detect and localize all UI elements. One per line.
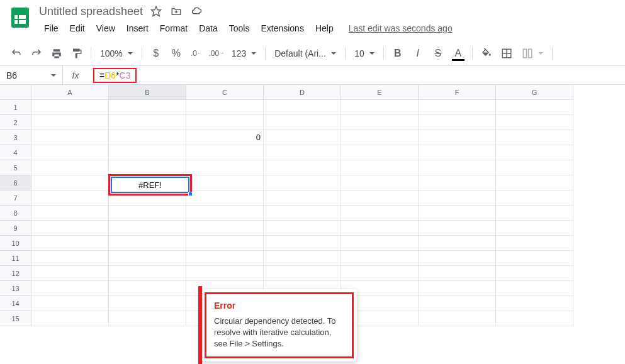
decrease-decimal-icon[interactable]: .0← <box>188 45 205 62</box>
cell-d7[interactable] <box>264 190 341 206</box>
cell-e5[interactable] <box>341 160 419 175</box>
col-header-f[interactable]: F <box>419 85 496 100</box>
fill-handle[interactable] <box>188 192 193 196</box>
cell-f7[interactable] <box>419 190 496 206</box>
sheets-logo[interactable] <box>8 5 33 30</box>
row-header-1[interactable]: 1 <box>0 100 31 115</box>
cell-c2[interactable] <box>186 115 264 130</box>
star-icon[interactable] <box>150 6 163 18</box>
cell-b1[interactable] <box>109 100 186 115</box>
cell-a8[interactable] <box>31 206 109 221</box>
move-icon[interactable] <box>171 6 183 18</box>
cell-a2[interactable] <box>31 115 109 130</box>
cell-f10[interactable] <box>419 236 496 251</box>
cell-e3[interactable] <box>341 130 419 145</box>
borders-icon[interactable] <box>498 45 515 62</box>
merge-dropdown[interactable] <box>518 45 547 62</box>
cell-g3[interactable] <box>496 130 573 145</box>
cell-a14[interactable] <box>31 296 109 311</box>
formula-input[interactable]: =D6*C3 <box>88 66 625 84</box>
cell-f8[interactable] <box>419 206 496 221</box>
number-format-dropdown[interactable]: 123 <box>228 45 260 62</box>
cell-f5[interactable] <box>419 160 496 175</box>
cell-c8[interactable] <box>186 206 264 221</box>
cell-a12[interactable] <box>31 266 109 281</box>
cell-c3[interactable]: 0 <box>186 130 264 145</box>
name-box[interactable]: B6 <box>0 66 63 84</box>
cell-g6[interactable] <box>496 175 573 190</box>
strikethrough-icon[interactable]: S <box>429 45 447 62</box>
cell-a3[interactable] <box>31 130 109 145</box>
cell-g1[interactable] <box>496 100 573 115</box>
cell-d12[interactable] <box>264 266 341 281</box>
cell-c7[interactable] <box>186 190 264 206</box>
row-header-10[interactable]: 10 <box>0 236 31 251</box>
cell-a4[interactable] <box>31 145 109 160</box>
row-header-8[interactable]: 8 <box>0 206 31 221</box>
cell-b11[interactable] <box>109 251 186 266</box>
cell-b4[interactable] <box>109 145 186 160</box>
cell-e10[interactable] <box>341 236 419 251</box>
menu-data[interactable]: Data <box>194 21 223 36</box>
paint-format-icon[interactable] <box>68 45 86 62</box>
cell-e4[interactable] <box>341 145 419 160</box>
col-header-g[interactable]: G <box>496 85 573 100</box>
cell-e12[interactable] <box>341 266 419 281</box>
last-edit-link[interactable]: Last edit was seconds ago <box>349 23 453 33</box>
bold-icon[interactable]: B <box>389 45 407 62</box>
row-header-11[interactable]: 11 <box>0 251 31 266</box>
row-header-15[interactable]: 15 <box>0 311 31 326</box>
cell-f3[interactable] <box>419 130 496 145</box>
cell-f9[interactable] <box>419 221 496 236</box>
cell-f15[interactable] <box>419 311 496 326</box>
cell-e1[interactable] <box>341 100 419 115</box>
cell-f12[interactable] <box>419 266 496 281</box>
cell-f14[interactable] <box>419 296 496 311</box>
cell-c9[interactable] <box>186 221 264 236</box>
cell-c4[interactable] <box>186 145 264 160</box>
menu-format[interactable]: Format <box>155 21 193 36</box>
col-header-e[interactable]: E <box>341 85 419 100</box>
cell-e8[interactable] <box>341 206 419 221</box>
cell-b14[interactable] <box>109 296 186 311</box>
doc-title[interactable]: Untitled spreadsheet <box>39 5 143 18</box>
cell-a15[interactable] <box>31 311 109 326</box>
cell-b8[interactable] <box>109 206 186 221</box>
menu-extensions[interactable]: Extensions <box>256 21 308 36</box>
row-header-6[interactable]: 6 <box>0 175 31 190</box>
cell-b5[interactable] <box>109 160 186 175</box>
print-icon[interactable] <box>48 45 65 62</box>
cell-b3[interactable] <box>109 130 186 145</box>
menu-tools[interactable]: Tools <box>224 21 255 36</box>
select-all-corner[interactable] <box>0 85 31 100</box>
fontsize-dropdown[interactable]: 10 <box>351 45 378 62</box>
menu-edit[interactable]: Edit <box>65 21 90 36</box>
cell-b12[interactable] <box>109 266 186 281</box>
cell-c1[interactable] <box>186 100 264 115</box>
cell-d3[interactable] <box>264 130 341 145</box>
row-header-5[interactable]: 5 <box>0 160 31 175</box>
cell-g15[interactable] <box>496 311 573 326</box>
cell-g2[interactable] <box>496 115 573 130</box>
cell-g12[interactable] <box>496 266 573 281</box>
cell-b10[interactable] <box>109 236 186 251</box>
cell-g10[interactable] <box>496 236 573 251</box>
cell-g4[interactable] <box>496 145 573 160</box>
col-header-b[interactable]: B <box>109 85 186 100</box>
menu-insert[interactable]: Insert <box>121 21 154 36</box>
cell-d11[interactable] <box>264 251 341 266</box>
cell-f4[interactable] <box>419 145 496 160</box>
cell-e9[interactable] <box>341 221 419 236</box>
cell-g5[interactable] <box>496 160 573 175</box>
cell-g9[interactable] <box>496 221 573 236</box>
cell-d10[interactable] <box>264 236 341 251</box>
cell-e6[interactable] <box>341 175 419 190</box>
cell-d2[interactable] <box>264 115 341 130</box>
col-header-c[interactable]: C <box>186 85 264 100</box>
cell-a10[interactable] <box>31 236 109 251</box>
menu-file[interactable]: File <box>39 21 64 36</box>
cell-b2[interactable] <box>109 115 186 130</box>
cell-d1[interactable] <box>264 100 341 115</box>
cell-f6[interactable] <box>419 175 496 190</box>
row-header-13[interactable]: 13 <box>0 281 31 296</box>
